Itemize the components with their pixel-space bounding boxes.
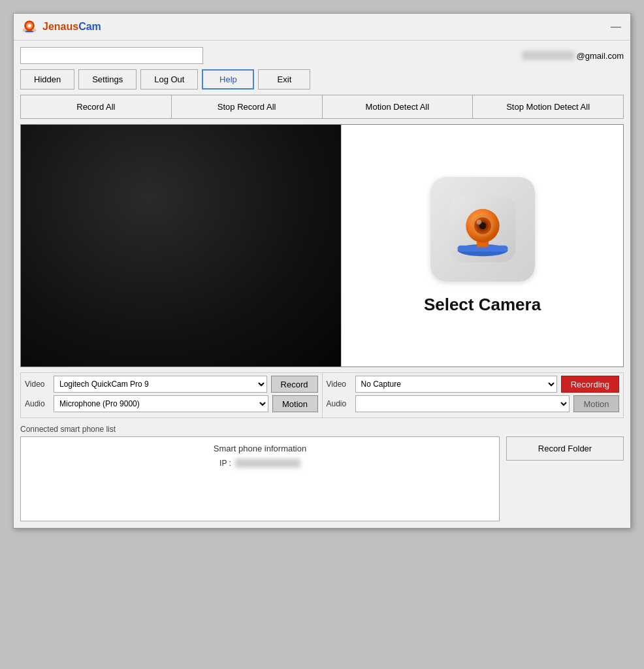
help-button[interactable]: Help	[202, 69, 254, 90]
stop-motion-detect-all-button[interactable]: Stop Motion Detect All	[473, 95, 623, 118]
phone-info-box: Smart phone information IP :	[20, 436, 500, 521]
top-bar: @gmail.com	[20, 47, 624, 64]
camera1-record-button[interactable]: Record	[271, 376, 318, 393]
email-display: @gmail.com	[522, 51, 624, 61]
camera1-feed	[21, 125, 341, 367]
title-bar-left: JenausCam	[20, 18, 101, 36]
camera2-placeholder: Select Camera	[341, 125, 623, 367]
camera1-video-line: Video Logitech QuickCam Pro 9 Record	[25, 376, 318, 393]
phone-ip-label: IP :	[219, 459, 231, 468]
camera1-video-select[interactable]: Logitech QuickCam Pro 9	[54, 376, 267, 393]
svg-point-16	[476, 220, 481, 224]
motion-detect-all-button[interactable]: Motion Detect All	[323, 95, 474, 118]
camera2-video-select[interactable]: No Capture	[355, 376, 557, 393]
camera2-audio-select[interactable]	[355, 395, 570, 412]
camera1-motion-button[interactable]: Motion	[272, 395, 318, 412]
camera2-video-line: Video No Capture Recording	[327, 376, 620, 393]
camera1-audio-line: Audio Microphone (Pro 9000) Motion	[25, 395, 318, 412]
search-input[interactable]	[20, 47, 203, 64]
ip-blur	[235, 459, 300, 468]
email-suffix: @gmail.com	[577, 51, 624, 61]
camera1-audio-select[interactable]: Microphone (Pro 9000)	[54, 395, 268, 412]
phone-section-title: Connected smart phone list	[20, 425, 624, 434]
select-camera-text: Select Camera	[424, 295, 541, 315]
app-title: JenausCam	[42, 21, 101, 33]
minimize-button[interactable]: —	[608, 21, 624, 33]
svg-rect-5	[25, 31, 33, 32]
settings-button[interactable]: Settings	[78, 69, 137, 90]
exit-button[interactable]: Exit	[258, 69, 310, 90]
controls-row: Video Logitech QuickCam Pro 9 Record Aud…	[20, 372, 624, 418]
camera1-controls: Video Logitech QuickCam Pro 9 Record Aud…	[20, 372, 322, 418]
phone-section: Connected smart phone list Smart phone i…	[20, 425, 624, 521]
camera2-controls: Video No Capture Recording Audio Motion	[322, 372, 624, 418]
camera2-video-label: Video	[327, 380, 351, 389]
camera-icon-wrapper	[430, 177, 535, 282]
camera2-audio-label: Audio	[327, 399, 351, 408]
record-all-button[interactable]: Record All	[21, 95, 172, 118]
email-blur	[522, 51, 574, 60]
action-buttons: Record All Stop Record All Motion Detect…	[20, 95, 624, 119]
svg-point-3	[27, 24, 31, 27]
stop-record-all-button[interactable]: Stop Record All	[172, 95, 323, 118]
camera2-audio-line: Audio Motion	[327, 395, 620, 412]
phone-info-title: Smart phone information	[214, 444, 306, 453]
phone-row: Smart phone information IP : Record Fold…	[20, 436, 624, 521]
content-area: @gmail.com Hidden Settings Log Out Help …	[14, 41, 630, 528]
camera1-dark-feed	[21, 125, 341, 367]
hidden-button[interactable]: Hidden	[20, 69, 74, 90]
webcam-icon	[447, 193, 519, 265]
title-bar: JenausCam —	[14, 14, 630, 41]
nav-buttons: Hidden Settings Log Out Help Exit	[20, 69, 624, 90]
cameras-row: Select Camera	[20, 124, 624, 367]
camera2-motion-button[interactable]: Motion	[573, 395, 619, 412]
main-window: JenausCam — @gmail.com Hidden Settings L…	[13, 13, 631, 529]
camera1-audio-label: Audio	[25, 399, 50, 408]
phone-ip-row: IP :	[219, 459, 300, 468]
camera2-recording-button[interactable]: Recording	[561, 376, 619, 393]
app-icon	[20, 18, 39, 36]
logout-button[interactable]: Log Out	[140, 69, 198, 90]
record-folder-button[interactable]: Record Folder	[506, 436, 624, 461]
camera1-video-label: Video	[25, 380, 50, 389]
